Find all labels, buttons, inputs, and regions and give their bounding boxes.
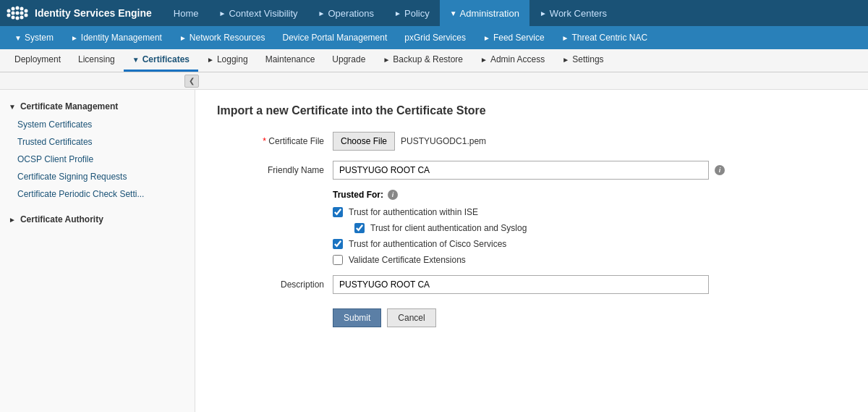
arrow-icon: ►	[383, 56, 390, 64]
second-nav-threat-centric[interactable]: ► Threat Centric NAC	[553, 26, 657, 49]
nav-policy[interactable]: ► Policy	[384, 0, 440, 26]
third-nav-maintenance[interactable]: Maintenance	[257, 49, 324, 72]
second-nav-feed-service[interactable]: ► Feed Service	[475, 26, 553, 49]
friendly-name-input[interactable]	[333, 161, 709, 180]
second-nav-system[interactable]: ▼ System	[6, 26, 62, 49]
trusted-for-section: Trusted For: i Trust for authentication …	[333, 190, 846, 265]
cisco-logo-icon	[6, 5, 29, 21]
arrow-icon: ▼	[450, 9, 457, 17]
nav-operations[interactable]: ► Operations	[308, 0, 385, 26]
nav-administration[interactable]: ▼ Administration	[440, 0, 529, 26]
content-area: Import a new Certificate into the Certif…	[195, 90, 868, 412]
svg-point-1	[7, 14, 11, 17]
checkbox-group-client-auth-syslog: Trust for client authentication and Sysl…	[354, 223, 846, 233]
svg-point-5	[16, 7, 20, 10]
trusted-for-info-icon[interactable]: i	[388, 190, 398, 200]
form-actions: Submit Cancel	[333, 308, 846, 327]
file-name-display: PUSTYUGODC1.pem	[401, 136, 486, 146]
sidebar-item-certificate-signing-requests[interactable]: Certificate Signing Requests	[0, 168, 195, 185]
collapse-sidebar-button[interactable]: ❮	[184, 75, 199, 88]
friendly-name-label: Friendly Name	[217, 165, 333, 175]
svg-point-0	[7, 9, 11, 13]
third-nav-licensing[interactable]: Licensing	[69, 49, 124, 72]
sidebar-item-certificate-periodic-check[interactable]: Certificate Periodic Check Setti...	[0, 185, 195, 203]
arrow-icon: ►	[394, 9, 401, 17]
friendly-name-info-icon[interactable]: i	[715, 165, 725, 175]
logo-area: Identity Services Engine	[6, 5, 152, 21]
sidebar-item-trusted-certificates[interactable]: Trusted Certificates	[0, 133, 195, 151]
checkbox-auth-within-ise-label: Trust for authentication within ISE	[349, 207, 478, 217]
svg-point-4	[12, 16, 15, 20]
expand-arrow-icon: ►	[9, 216, 16, 224]
choose-file-button[interactable]: Choose File	[333, 132, 395, 151]
file-area: Choose File PUSTYUGODC1.pem	[333, 132, 486, 151]
nav-work-centers[interactable]: ► Work Centers	[529, 0, 617, 26]
checkbox-group-validate-extensions: Validate Certificate Extensions	[333, 255, 846, 265]
arrow-icon: ►	[483, 34, 490, 42]
sidebar-section-certificate-authority[interactable]: ► Certificate Authority	[0, 210, 195, 229]
checkbox-client-auth-syslog[interactable]	[354, 223, 365, 233]
submit-button[interactable]: Submit	[333, 308, 381, 327]
third-nav-deployment[interactable]: Deployment	[6, 49, 69, 72]
arrow-icon: ▼	[14, 34, 22, 42]
svg-point-7	[16, 17, 20, 20]
svg-point-9	[20, 12, 24, 15]
arrow-icon: ►	[318, 9, 326, 17]
svg-point-3	[12, 12, 15, 15]
arrow-icon: ►	[71, 34, 78, 42]
form-group-friendly-name: Friendly Name i	[217, 161, 846, 180]
page-title: Import a new Certificate into the Certif…	[217, 104, 846, 117]
nav-home[interactable]: Home	[163, 0, 209, 26]
checkbox-group-auth-within-ise: Trust for authentication within ISE	[333, 207, 846, 217]
arrow-icon: ►	[179, 34, 187, 42]
svg-point-6	[16, 12, 20, 15]
second-nav-network-resources[interactable]: ► Network Resources	[171, 26, 274, 49]
third-nav-backup-restore[interactable]: ► Backup & Restore	[374, 49, 472, 72]
description-label: Description	[217, 279, 333, 290]
cancel-button[interactable]: Cancel	[387, 308, 435, 327]
nav-context-visibility[interactable]: ► Context Visibility	[209, 0, 308, 26]
svg-point-10	[20, 16, 24, 20]
arrow-icon: ►	[219, 9, 226, 17]
arrow-icon: ►	[562, 34, 569, 42]
form-group-certificate-file: Certificate File Choose File PUSTYUGODC1…	[217, 132, 846, 151]
sidebar-item-system-certificates[interactable]: System Certificates	[0, 116, 195, 133]
top-nav-items: Home ► Context Visibility ► Operations ►…	[163, 0, 617, 26]
checkbox-client-auth-syslog-label: Trust for client authentication and Sysl…	[370, 223, 527, 233]
arrow-icon: ►	[562, 56, 569, 64]
svg-point-2	[12, 7, 15, 11]
third-nav-bar: Deployment Licensing ▼ Certificates ► Lo…	[0, 49, 868, 72]
main-layout: ▼ Certificate Management System Certific…	[0, 90, 868, 412]
arrow-icon: ►	[540, 9, 547, 17]
sidebar: ▼ Certificate Management System Certific…	[0, 90, 195, 412]
form-group-description: Description	[217, 275, 846, 294]
certificate-file-label: Certificate File	[217, 136, 333, 146]
third-nav-certificates[interactable]: ▼ Certificates	[124, 49, 198, 72]
third-nav-logging[interactable]: ► Logging	[198, 49, 257, 72]
checkbox-auth-within-ise[interactable]	[333, 207, 343, 217]
svg-point-11	[25, 9, 28, 13]
third-nav-settings[interactable]: ► Settings	[553, 49, 612, 72]
svg-point-8	[20, 7, 24, 11]
checkbox-group-cisco-services: Trust for authentication of Cisco Servic…	[333, 239, 846, 249]
checkbox-cisco-services-label: Trust for authentication of Cisco Servic…	[349, 239, 506, 249]
sidebar-item-ocsp-client-profile[interactable]: OCSP Client Profile	[0, 151, 195, 168]
checkbox-validate-extensions[interactable]	[333, 255, 343, 265]
brand-title: Identity Services Engine	[35, 7, 152, 19]
second-nav-identity-management[interactable]: ► Identity Management	[62, 26, 171, 49]
second-nav-device-portal[interactable]: Device Portal Management	[274, 26, 396, 49]
expand-arrow-icon: ▼	[9, 103, 16, 111]
checkbox-cisco-services[interactable]	[333, 239, 343, 249]
trusted-for-label: Trusted For: i	[333, 190, 846, 200]
svg-point-12	[25, 14, 28, 17]
arrow-icon: ►	[480, 56, 488, 64]
description-input[interactable]	[333, 275, 709, 294]
checkbox-validate-extensions-label: Validate Certificate Extensions	[349, 255, 466, 265]
arrow-icon: ▼	[132, 56, 140, 64]
second-nav-pxgrid[interactable]: pxGrid Services	[396, 26, 475, 49]
third-nav-admin-access[interactable]: ► Admin Access	[472, 49, 553, 72]
arrow-icon: ►	[207, 56, 214, 64]
third-nav-upgrade[interactable]: Upgrade	[323, 49, 374, 72]
top-nav-bar: Identity Services Engine Home ► Context …	[0, 0, 868, 26]
sidebar-section-certificate-management[interactable]: ▼ Certificate Management	[0, 97, 195, 116]
